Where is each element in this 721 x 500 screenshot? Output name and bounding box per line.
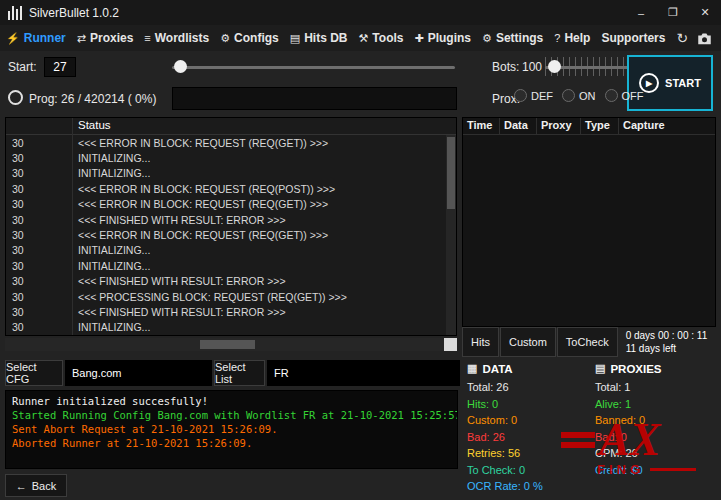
vertical-scrollbar[interactable] [446,135,456,335]
help-icon: ? [554,32,560,44]
proxy-column-header: Proxy [537,118,581,134]
progress-bar [172,87,457,110]
back-arrow-icon: ← [16,480,27,492]
hits-db-icon: ▤ [290,32,300,45]
data-column-header: Data [500,118,537,134]
bot-status-rows: 30<<< ERROR IN BLOCK: REQUEST (REQ(GET))… [6,135,446,335]
stat-proxy-banned: Banned:0 [595,412,662,429]
start-button[interactable]: ▶ START [627,55,713,111]
tab-tocheck[interactable]: ToCheck [557,327,618,357]
configs-icon: ⚙ [220,32,230,45]
hits-tabs: Hits Custom ToCheck 0 days 00 : 00 : 11 … [462,327,716,357]
stat-custom: Custom:0 [467,412,543,429]
console-line: Runner initialized succesfully! [12,394,451,408]
progress-radio-icon[interactable] [8,90,23,105]
cfg-name-input[interactable] [65,360,212,386]
proxy-mode-group: DEF ON OFF [514,89,644,102]
bot-status-table: Status 30<<< ERROR IN BLOCK: REQUEST (RE… [5,117,457,336]
prox-option-on[interactable]: ON [562,89,596,102]
horizontal-scrollbar-thumb[interactable] [200,340,255,349]
start-slider-track [172,66,455,69]
status-column-header: Status [78,119,111,131]
time-column-header: Time [463,118,500,134]
stat-tocheck: To Check:0 [467,462,543,479]
log-row[interactable]: 30<<< ERROR IN BLOCK: REQUEST (REQ(GET))… [6,197,446,212]
wordlist-name-input[interactable] [267,360,460,386]
nav-configs[interactable]: ⚙Configs [220,31,279,45]
history-icon[interactable]: ↻ [676,30,688,46]
select-cfg-button[interactable]: Select CFG [5,360,63,386]
nav-supporters[interactable]: Supporters [601,31,665,45]
stat-total: Total:26 [467,379,543,396]
log-row[interactable]: 30<<< ERROR IN BLOCK: REQUEST (REQ(GET))… [6,135,446,150]
start-input[interactable] [44,57,76,77]
nav-settings[interactable]: ⚙Settings [482,31,543,45]
stat-proxy-total: Total:1 [595,379,662,396]
hits-table-header: Time Data Proxy Type Capture [463,118,715,135]
data-icon: ▦ [467,362,477,375]
console-line: Sent Abort Request at 21-10-2021 15:26:0… [12,422,451,436]
runner-log-console[interactable]: Runner initialized succesfully! Started … [5,390,458,469]
main-menu: ⚡Runner ⇄Proxies ≡Wordlists ⚙Configs ▤Hi… [0,25,721,51]
stat-proxy-credit: Credit:$0 [595,462,662,479]
maximize-button[interactable]: ❐ [657,0,689,25]
nav-hits-db[interactable]: ▤Hits DB [290,31,348,45]
console-line: Aborted Runner at 21-10-2021 15:26:09. [12,436,451,450]
runner-controls: Start: Bots: 100 ▶ START Prog: 26 / 4202… [0,51,721,117]
stat-proxy-bad: Bad:0 [595,429,662,446]
start-slider-thumb[interactable] [174,60,187,73]
tools-icon: ⚒ [358,32,368,45]
camera-icon[interactable] [697,32,712,45]
log-row[interactable]: 30<<< ERROR IN BLOCK: REQUEST (REQ(GET))… [6,227,446,242]
stat-retries: Retries:56 [467,445,543,462]
proxies-icon: ⇄ [77,32,86,45]
stat-ocr-rate: OCR Rate:0 % [467,478,543,495]
nav-help[interactable]: ?Help [554,31,590,45]
runner-icon: ⚡ [6,32,20,45]
radio-icon [514,89,527,102]
select-list-button[interactable]: Select List [214,360,265,386]
bots-slider[interactable] [545,60,631,73]
start-label: Start: [8,60,37,74]
days-left-label: 11 days left [626,342,708,355]
proxies-stat-icon: ▤ [595,362,605,375]
start-slider[interactable] [172,60,455,73]
tab-custom[interactable]: Custom [500,327,556,357]
log-row[interactable]: 30INITIALIZING... [6,166,446,181]
nav-wordlists[interactable]: ≡Wordlists [144,31,209,45]
hits-table: Time Data Proxy Type Capture [462,117,716,327]
prox-option-off[interactable]: OFF [605,89,644,102]
log-row[interactable]: 30<<< ERROR IN BLOCK: REQUEST (REQ(POST)… [6,181,446,196]
app-logo-icon [8,6,22,20]
log-row[interactable]: 30<<< FINISHED WITH RESULT: ERROR >>> [6,304,446,319]
elapsed-timer: 0 days 00 : 00 : 11 [626,329,708,342]
minimize-button[interactable]: – [625,0,657,25]
bots-slider-thumb[interactable] [548,60,561,73]
log-row[interactable]: 30INITIALIZING... [6,150,446,165]
radio-icon [605,89,618,102]
log-row[interactable]: 30INITIALIZING... [6,320,446,335]
console-line: Started Running Config Bang.com with Wor… [12,408,451,422]
horizontal-scrollbar[interactable] [5,338,457,351]
log-row[interactable]: 30INITIALIZING... [6,258,446,273]
bottom-area: Select CFG Select List Runner initialize… [0,357,721,500]
bot-status-header: Status [6,118,456,135]
timer-block: 0 days 00 : 00 : 11 11 days left [626,327,708,357]
vertical-scrollbar-thumb[interactable] [447,137,455,209]
tab-hits[interactable]: Hits [462,327,499,357]
bots-value: 100 [522,60,542,74]
prox-option-def[interactable]: DEF [514,89,553,102]
back-button[interactable]: ← Back [5,474,67,497]
settings-icon: ⚙ [482,32,492,45]
nav-tools[interactable]: ⚒Tools [358,31,403,45]
nav-plugins[interactable]: ✚Plugins [414,31,471,45]
close-button[interactable]: ✕ [689,0,721,25]
log-row[interactable]: 30INITIALIZING... [6,243,446,258]
log-row[interactable]: 30<<< PROCESSING BLOCK: REQUEST (REQ(GET… [6,289,446,304]
stat-proxy-cpm: CPM:26 [595,445,662,462]
proxy-stats: ▤PROXIES Total:1 Alive:1 Banned:0 Bad:0 … [595,362,662,478]
log-row[interactable]: 30<<< FINISHED WITH RESULT: ERROR >>> [6,212,446,227]
nav-runner[interactable]: ⚡Runner [6,31,66,45]
log-row[interactable]: 30<<< FINISHED WITH RESULT: ERROR >>> [6,274,446,289]
nav-proxies[interactable]: ⇄Proxies [77,31,134,45]
